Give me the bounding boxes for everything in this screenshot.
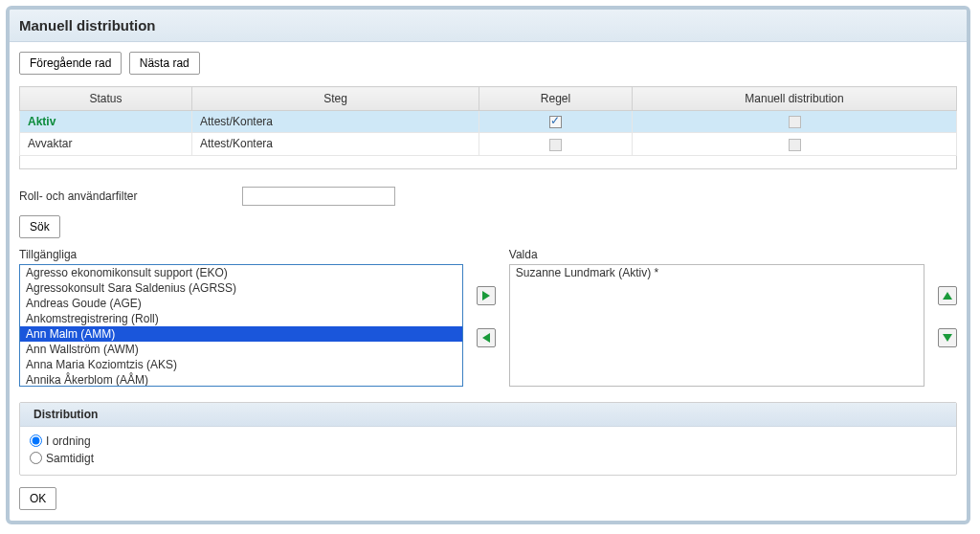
svg-marker-1 [482, 333, 490, 343]
steps-table-footer [19, 156, 957, 169]
dialog-frame: Manuell distribution Föregående rad Näst… [6, 6, 970, 524]
list-item[interactable]: Andreas Goude (AGE) [20, 296, 462, 311]
manuell-checkbox[interactable] [789, 116, 801, 128]
nav-button-row: Föregående rad Nästa rad [19, 52, 957, 75]
dialog-title: Manuell distribution [10, 10, 967, 42]
list-item[interactable]: Anna Maria Koziomtzis (AKS) [20, 357, 462, 372]
selected-column: Valda Suzanne Lundmark (Aktiv) * [509, 248, 924, 387]
filter-input[interactable] [242, 187, 395, 206]
list-item[interactable]: Suzanne Lundmark (Aktiv) * [510, 265, 924, 280]
col-regel: Regel [479, 87, 633, 111]
ok-button[interactable]: OK [19, 487, 56, 510]
order-button-column [938, 248, 957, 347]
cell-manuell [633, 111, 957, 133]
cell-status: Avvaktar [20, 133, 192, 155]
regel-checkbox[interactable] [549, 116, 562, 128]
radio-simul[interactable] [30, 452, 42, 464]
next-row-button[interactable]: Nästa rad [129, 52, 200, 75]
radio-row-simul[interactable]: Samtidigt [30, 450, 947, 467]
radio-order-label: I ordning [46, 433, 91, 450]
list-item[interactable]: Ann Malm (AMM) [20, 326, 462, 342]
distribution-section: Distribution I ordning Samtidigt [19, 402, 957, 476]
move-button-column [477, 248, 496, 347]
list-item[interactable]: Annika Åkerblom (AÅM) [20, 372, 462, 387]
move-right-button[interactable] [477, 286, 496, 305]
picklists: Tillgängliga Agresso ekonomikonsult supp… [19, 248, 957, 387]
steps-table: Status Steg Regel Manuell distribution A… [19, 86, 957, 156]
distribution-title: Distribution [20, 403, 956, 427]
cell-status: Aktiv [20, 111, 192, 133]
available-column: Tillgängliga Agresso ekonomikonsult supp… [19, 248, 463, 387]
svg-marker-0 [482, 291, 490, 300]
manuell-checkbox[interactable] [789, 139, 801, 151]
dialog-content: Föregående rad Nästa rad Status Steg Reg… [10, 42, 967, 521]
available-listbox[interactable]: Agresso ekonomikonsult support (EKO)Agre… [19, 264, 463, 387]
svg-marker-2 [943, 292, 952, 300]
available-label: Tillgängliga [19, 248, 463, 261]
filter-label: Roll- och användarfilter [19, 189, 137, 203]
col-status: Status [20, 87, 192, 111]
selected-listbox[interactable]: Suzanne Lundmark (Aktiv) * [509, 264, 924, 387]
selected-label: Valda [509, 248, 924, 261]
move-up-button[interactable] [938, 286, 957, 305]
list-item[interactable]: Ankomstregistrering (Roll) [20, 311, 462, 326]
cell-regel [479, 133, 633, 155]
svg-marker-3 [943, 334, 952, 342]
radio-simul-label: Samtidigt [46, 450, 94, 467]
table-row[interactable]: AktivAttest/Kontera [20, 111, 957, 133]
search-button[interactable]: Sök [19, 215, 60, 238]
cell-steg: Attest/Kontera [192, 133, 479, 155]
arrow-down-icon [942, 332, 953, 344]
arrow-up-icon [942, 290, 953, 301]
move-left-button[interactable] [477, 328, 496, 347]
list-item[interactable]: Agresso ekonomikonsult support (EKO) [20, 265, 462, 280]
regel-checkbox[interactable] [549, 139, 562, 151]
list-item[interactable]: Agressokonsult Sara Saldenius (AGRSS) [20, 280, 462, 296]
radio-row-order[interactable]: I ordning [30, 433, 947, 450]
move-down-button[interactable] [938, 328, 957, 347]
cell-steg: Attest/Kontera [192, 111, 479, 133]
cell-manuell [633, 133, 957, 155]
table-row[interactable]: AvvaktarAttest/Kontera [20, 133, 957, 155]
cell-regel [479, 111, 633, 133]
col-manuell: Manuell distribution [633, 87, 957, 111]
radio-order[interactable] [30, 434, 42, 447]
prev-row-button[interactable]: Föregående rad [19, 52, 122, 75]
col-steg: Steg [192, 87, 479, 111]
arrow-left-icon [480, 332, 492, 344]
arrow-right-icon [480, 290, 492, 301]
list-item[interactable]: Ann Wallström (AWM) [20, 342, 462, 357]
filter-row: Roll- och användarfilter [19, 187, 957, 206]
